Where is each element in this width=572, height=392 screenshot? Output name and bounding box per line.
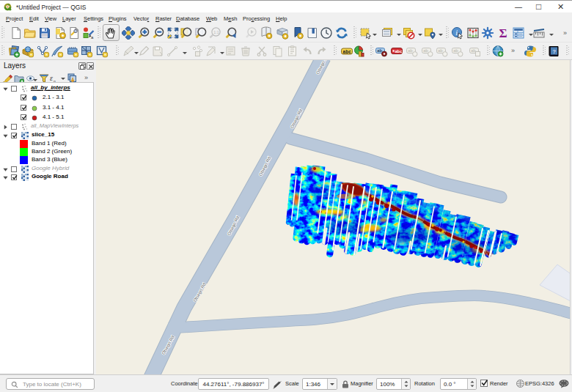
svg-text:abc: abc: [343, 49, 352, 54]
svg-text:ab: ab: [453, 48, 458, 53]
svg-text:ab: ab: [408, 48, 413, 53]
svg-text:?: ?: [552, 48, 556, 55]
svg-text:a: a: [91, 35, 94, 40]
svg-text:Σ: Σ: [499, 26, 507, 40]
svg-text:ε: ε: [50, 74, 53, 82]
svg-text:ab: ab: [438, 48, 443, 53]
svg-text:1:1: 1:1: [213, 30, 219, 34]
svg-text:ab: ab: [377, 48, 382, 53]
svg-text:ab: ab: [423, 48, 428, 53]
svg-text:abc: abc: [395, 49, 403, 53]
svg-text:i: i: [455, 29, 458, 37]
